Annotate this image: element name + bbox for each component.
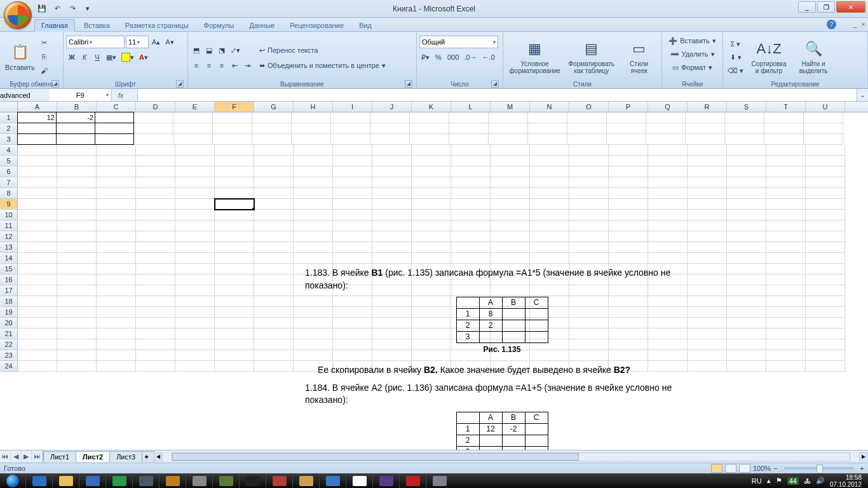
col-header-A[interactable]: A [18,102,57,112]
cell-E13[interactable] [175,242,215,253]
cell-G18[interactable] [254,296,294,307]
cell-H2[interactable] [292,123,331,134]
tray-flag-icon[interactable]: ⚑ [776,477,782,485]
shrink-font-icon[interactable]: A▾ [163,36,175,48]
cell-S6[interactable] [727,166,766,177]
percent-icon[interactable]: % [433,51,444,64]
cell-B9[interactable] [57,199,97,210]
cell-E16[interactable] [175,274,215,285]
minimize-ribbon-icon[interactable]: _ [853,20,857,28]
cell-M14[interactable] [491,253,530,264]
cell-H10[interactable] [294,210,333,220]
cell-D8[interactable] [136,188,175,199]
redo-icon[interactable]: ↷ [66,3,79,15]
cell-F11[interactable] [215,220,254,231]
scroll-left-icon[interactable]: ◀ [154,452,163,461]
cell-G8[interactable] [254,188,294,199]
col-header-R[interactable]: R [688,102,727,112]
row-header-20[interactable]: 20 [0,318,18,329]
col-header-E[interactable]: E [175,102,215,112]
sheet-tab-Лист3[interactable]: Лист3 [109,451,142,462]
cell-T24[interactable] [766,361,806,372]
cell-T12[interactable] [766,231,806,242]
col-header-C[interactable]: C [97,102,136,112]
cell-T22[interactable] [766,339,806,350]
cell-H3[interactable] [292,134,331,145]
cell-K4[interactable] [412,145,451,156]
cell-Q9[interactable] [648,199,688,210]
cell-D13[interactable] [136,242,175,253]
cell-G5[interactable] [254,156,294,166]
cell-D4[interactable] [136,145,175,156]
cell-P3[interactable] [607,134,646,145]
col-header-N[interactable]: N [530,102,569,112]
cell-B18[interactable] [57,296,97,307]
cell-R9[interactable] [688,199,727,210]
cell-T7[interactable] [766,177,806,188]
cell-S24[interactable] [727,361,766,372]
cell-A23[interactable] [18,350,57,361]
cell-H9[interactable] [294,199,333,210]
italic-button[interactable]: К [79,51,90,64]
row-header-19[interactable]: 19 [0,307,18,318]
cell-K7[interactable] [412,177,451,188]
cell-T2[interactable] [764,123,804,134]
cell-E10[interactable] [175,210,215,220]
cell-T10[interactable] [766,210,806,220]
cell-J6[interactable] [372,166,412,177]
cell-I9[interactable] [333,199,372,210]
dialog-launcher-icon[interactable]: ◢ [405,80,412,88]
col-header-K[interactable]: K [412,102,451,112]
cell-B8[interactable] [57,188,97,199]
expand-formula-icon[interactable]: ⌄ [857,89,868,101]
cell-K8[interactable] [412,188,451,199]
close-workbook-icon[interactable]: × [862,20,865,28]
cell-G14[interactable] [254,253,294,264]
decrease-indent-icon[interactable]: ⇤ [229,59,240,72]
cell-P4[interactable] [609,145,648,156]
cell-B19[interactable] [57,307,97,318]
cell-I2[interactable] [331,123,370,134]
cell-T16[interactable] [766,274,806,285]
fill-icon[interactable]: ⬇ ▾ [726,51,745,64]
cell-A14[interactable] [18,253,57,264]
cell-B21[interactable] [57,329,97,339]
cell-U22[interactable] [806,339,845,350]
cell-N11[interactable] [530,220,569,231]
cut-icon[interactable]: ✂ [39,36,50,49]
cell-J8[interactable] [372,188,412,199]
cell-Q2[interactable] [646,123,686,134]
cell-M12[interactable] [491,231,530,242]
col-header-O[interactable]: O [569,102,609,112]
cell-M11[interactable] [491,220,530,231]
name-box[interactable]: F9 [50,89,112,101]
cell-Q3[interactable] [646,134,686,145]
cell-G13[interactable] [254,242,294,253]
cell-E12[interactable] [175,231,215,242]
cell-B16[interactable] [57,274,97,285]
cell-O13[interactable] [569,242,609,253]
cell-N7[interactable] [530,177,569,188]
fill-color-icon[interactable]: ▾ [119,51,136,64]
cell-I7[interactable] [333,177,372,188]
cell-N10[interactable] [530,210,569,220]
maximize-button[interactable]: ❐ [817,1,835,13]
cell-G7[interactable] [254,177,294,188]
cell-R4[interactable] [688,145,727,156]
task-app-5[interactable] [132,473,159,488]
cell-S8[interactable] [727,188,766,199]
cell-U12[interactable] [806,231,845,242]
cell-O1[interactable] [567,112,607,123]
task-app-12[interactable] [319,473,346,488]
cell-I8[interactable] [333,188,372,199]
task-app-16[interactable] [426,473,452,488]
cell-I4[interactable] [333,145,372,156]
cell-F10[interactable] [215,210,254,220]
cell-J9[interactable] [372,199,412,210]
cell-A22[interactable] [18,339,57,350]
col-header-F[interactable]: F [215,102,254,112]
cell-S16[interactable] [727,274,766,285]
cell-U10[interactable] [806,210,845,220]
row-header-13[interactable]: 13 [0,242,18,253]
cell-Q1[interactable] [646,112,686,123]
